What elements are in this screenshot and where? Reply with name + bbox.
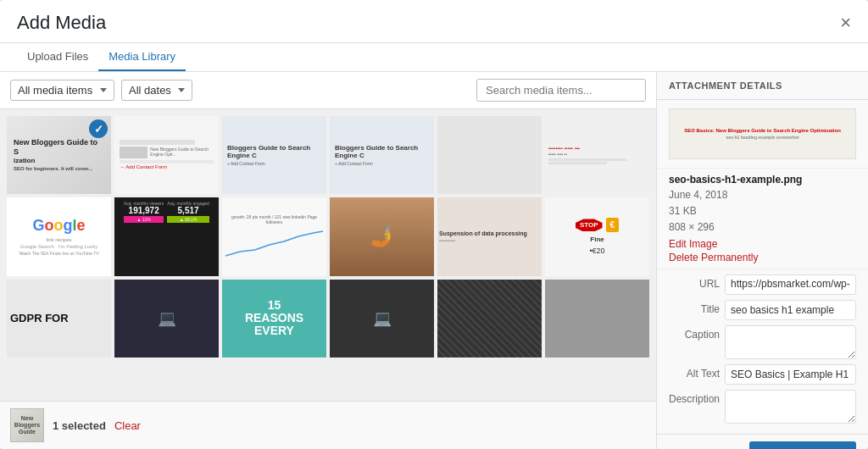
alt-input[interactable] xyxy=(725,364,856,385)
edit-image-link[interactable]: Edit Image xyxy=(669,238,856,250)
selected-check-badge: ✓ xyxy=(89,119,108,138)
media-item[interactable]: New Bloggers Guide to Search Engine Opti… xyxy=(114,116,219,194)
clear-selection-link[interactable]: Clear xyxy=(114,419,141,432)
modal-title: Add Media xyxy=(17,12,106,34)
insert-button-wrapper: Insert into post xyxy=(657,434,868,449)
media-item[interactable]: GDPR FOR xyxy=(7,280,111,358)
media-item[interactable] xyxy=(545,280,649,358)
caption-input[interactable] xyxy=(725,325,856,359)
description-field-row: Description xyxy=(669,390,856,424)
media-grid: New Bloggers Guide to S ization SEO for … xyxy=(7,116,649,358)
alt-label: Alt Text xyxy=(669,364,720,380)
media-item[interactable]: growth: 28 pts month / 121 new linkedin … xyxy=(222,197,326,275)
media-item[interactable]: 💻 xyxy=(114,280,219,358)
tab-upload[interactable]: Upload Files xyxy=(17,43,98,71)
filter-media-select[interactable]: All media items xyxy=(10,80,114,101)
media-item[interactable]: •••••••• ••••• ••• ••••• •••• •• xyxy=(545,116,649,194)
tab-media-library[interactable]: Media Library xyxy=(98,43,186,71)
attachment-size: 31 KB xyxy=(669,203,856,219)
media-grid-wrapper[interactable]: New Bloggers Guide to S ization SEO for … xyxy=(0,109,656,401)
media-item[interactable] xyxy=(437,116,542,194)
media-item[interactable]: New Bloggers Guide to S ization SEO for … xyxy=(7,116,111,194)
attachment-fields: URL https://pbsmarket.com/wp- Title Capt… xyxy=(657,269,868,434)
delete-permanently-link[interactable]: Delete Permanently xyxy=(669,252,856,263)
close-button[interactable]: × xyxy=(840,14,851,32)
media-item[interactable]: Bloggers Guide to Search Engine C + Add … xyxy=(330,116,434,194)
selected-thumbnail: New Bloggers Guide xyxy=(10,408,44,442)
media-item[interactable]: Google link recipes Google Search I'm Fe… xyxy=(7,197,111,275)
media-item[interactable]: 💻 xyxy=(330,280,434,358)
attachment-sidebar: ATTACHMENT DETAILS SEO Basics: New Blogg… xyxy=(656,72,868,449)
media-search-wrapper xyxy=(476,79,646,102)
media-item[interactable]: Avg. monthly viewers 191,972 ▲ 11% Avg. … xyxy=(114,197,219,275)
filter-date-select[interactable]: All dates xyxy=(121,80,192,101)
modal-header: Add Media × xyxy=(0,0,868,43)
media-item[interactable]: STOP € Fine •€20 xyxy=(545,197,649,275)
add-media-modal: Add Media × Upload Files Media Library A… xyxy=(0,0,868,449)
attachment-filename: seo-basics-h1-example.png xyxy=(669,174,856,186)
media-item[interactable]: Suspension of data processing ••••••••••… xyxy=(437,197,542,275)
description-label: Description xyxy=(669,390,720,405)
modal-body: All media items All dates xyxy=(0,72,868,449)
attachment-date: June 4, 2018 xyxy=(669,187,856,203)
media-item[interactable]: 15REASONSEVERY xyxy=(222,280,326,358)
url-value: https://pbsmarket.com/wp- xyxy=(725,274,856,295)
title-input[interactable] xyxy=(725,300,856,320)
media-item[interactable]: 🤳 xyxy=(330,197,434,275)
attachment-preview-image: SEO Basics: New Bloggers Guide to Search… xyxy=(669,108,856,159)
insert-into-post-button[interactable]: Insert into post xyxy=(749,441,856,449)
url-label: URL xyxy=(669,274,720,290)
attachment-dimensions: 808 × 296 xyxy=(669,219,856,236)
selected-count: 1 selected xyxy=(53,419,106,432)
title-field-row: Title xyxy=(669,300,856,320)
media-item[interactable]: Bloggers Guide to Search Engine C + Add … xyxy=(222,116,326,194)
caption-label: Caption xyxy=(669,325,720,341)
modal-tabs: Upload Files Media Library xyxy=(0,43,868,72)
caption-field-row: Caption xyxy=(669,325,856,359)
media-main: All media items All dates xyxy=(0,72,656,449)
media-footer: New Bloggers Guide 1 selected Clear xyxy=(0,401,656,449)
attachment-preview: SEO Basics: New Bloggers Guide to Search… xyxy=(657,100,868,169)
attachment-details-header: ATTACHMENT DETAILS xyxy=(657,72,868,100)
title-label: Title xyxy=(669,300,720,315)
description-input[interactable] xyxy=(725,390,856,424)
attachment-info: seo-basics-h1-example.png June 4, 2018 3… xyxy=(657,169,868,269)
media-item[interactable] xyxy=(437,280,542,358)
search-input[interactable] xyxy=(476,79,646,102)
media-toolbar: All media items All dates xyxy=(0,72,656,109)
url-field-row: URL https://pbsmarket.com/wp- xyxy=(669,274,856,295)
alt-field-row: Alt Text xyxy=(669,364,856,385)
